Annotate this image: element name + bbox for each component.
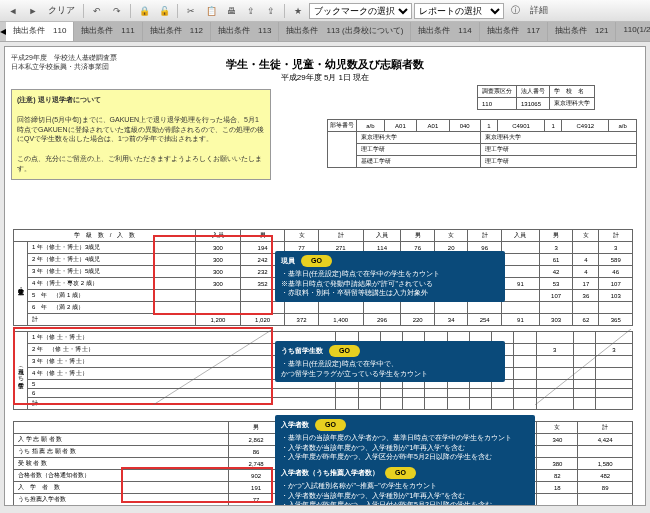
redo-icon[interactable]: ↷: [108, 3, 126, 19]
tab-111[interactable]: 抽出条件 111: [74, 22, 142, 41]
report-select[interactable]: レポートの選択: [414, 3, 504, 19]
tab-117[interactable]: 抽出条件 117: [480, 22, 548, 41]
go-button-3[interactable]: GO: [315, 419, 346, 431]
tab-113b[interactable]: 抽出条件 113 (出身校について): [279, 22, 411, 41]
highlight-box-2: [13, 327, 273, 405]
detail-label: 詳細: [526, 4, 552, 17]
detail-icon[interactable]: ⓘ: [506, 3, 524, 19]
export2-icon[interactable]: ⇪: [262, 3, 280, 19]
callout-nyugaku: 入学者数GO ・基準日の当該年度の入学者かつ、基準日時点で在学中の学生をカウント…: [275, 415, 535, 466]
highlight-box-3: [121, 467, 273, 503]
toolbar: ◄ ► クリア ↶ ↷ 🔒 🔓 ✂ 📋 🖶 ⇪ ⇪ ★ ブックマークの選択 レポ…: [0, 0, 650, 22]
forward-icon[interactable]: ►: [24, 3, 42, 19]
undo-icon[interactable]: ↶: [88, 3, 106, 19]
bookmark-select[interactable]: ブックマークの選択: [309, 3, 412, 19]
export-icon[interactable]: ⇪: [242, 3, 260, 19]
page-subtitle: 平成29年度 5月 1日 現在: [11, 72, 639, 83]
callout-ryugaku: うち留学生数GO ・基準日(任意設定)時点で在学中で、 かつ留学生フラグが立って…: [275, 341, 505, 382]
highlight-box-1: [153, 235, 273, 315]
go-button-1[interactable]: GO: [301, 255, 332, 267]
unlock-icon[interactable]: 🔓: [155, 3, 173, 19]
lock-icon[interactable]: 🔒: [135, 3, 153, 19]
tab-110[interactable]: 抽出条件 110: [6, 22, 74, 41]
dept-table: 部等番号a/bA01A010401C49011C4912a/b 東京理科大学東京…: [327, 119, 637, 168]
back-icon[interactable]: ◄: [4, 3, 22, 19]
cut-icon[interactable]: ✂: [182, 3, 200, 19]
copy-icon[interactable]: 📋: [202, 3, 220, 19]
bookmark-icon[interactable]: ★: [289, 3, 307, 19]
notice-box: (注意) 退り退学者について 回答締切日(5月中旬)までに、GAKUEN上で退り…: [11, 89, 271, 179]
tab-113[interactable]: 抽出条件 113: [211, 22, 279, 41]
print-icon[interactable]: 🖶: [222, 3, 240, 19]
tab-112[interactable]: 抽出条件 112: [143, 22, 211, 41]
clear-button[interactable]: クリア: [44, 4, 79, 17]
report-page: 平成29年度 学校法人基礎調査票 日本私立学校振興・共済事業団 学生・生徒・児童…: [4, 46, 646, 506]
info-table: 調査票区分法人番号学 校 名 110131065東京理科大学: [477, 85, 595, 110]
tab-bar: ◀ 抽出条件 110 抽出条件 111 抽出条件 112 抽出条件 113 抽出…: [0, 22, 650, 42]
go-button-2[interactable]: GO: [329, 345, 360, 357]
tab-114[interactable]: 抽出条件 114: [411, 22, 479, 41]
tab-110-1[interactable]: 110(1/2): [616, 22, 650, 41]
callout-suisen: 入学者数（うち推薦入学者数）GO ・かつ"入試種別名称が"~推薦~"の学生をカウ…: [275, 463, 535, 506]
callout-genin: 現員GO ・基準日(任意設定)時点で在学中の学生をカウント ※基準日時点で発動申…: [275, 251, 505, 302]
go-button-4[interactable]: GO: [385, 467, 416, 479]
tab-121[interactable]: 抽出条件 121: [548, 22, 616, 41]
